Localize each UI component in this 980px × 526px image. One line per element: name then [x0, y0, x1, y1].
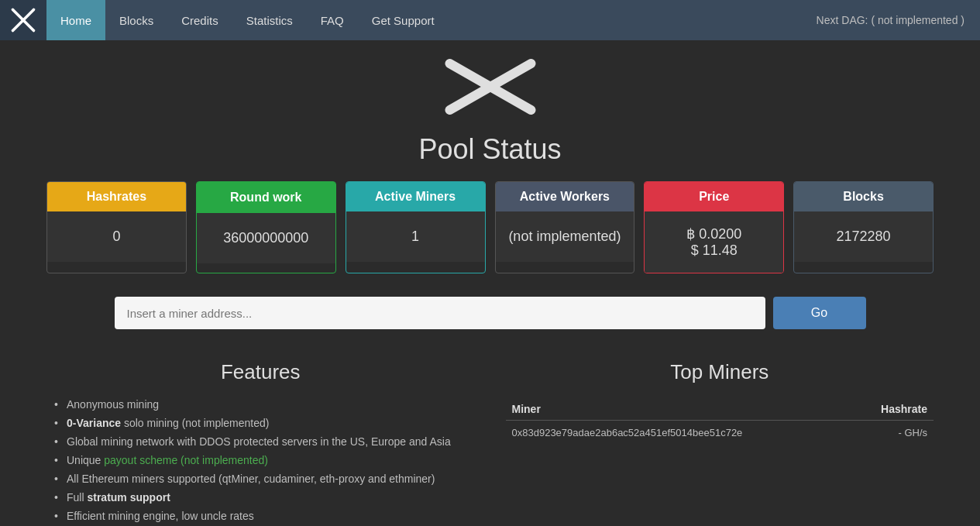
stat-card-hashrates: Hashrates 0: [46, 181, 187, 273]
stat-price-btc: ฿ 0.0200: [686, 225, 741, 242]
miner-address: 0x83d923e79adae2ab6ac52a451ef5014bee51c7…: [506, 421, 851, 445]
nav-dag-label: Next DAG: ( not implemented ): [817, 14, 980, 26]
stat-header-miners: Active Miners: [346, 182, 485, 211]
stat-card-roundwork: Round work 36000000000: [196, 181, 336, 273]
features-list: Anonymous mining 0-Variance solo mining …: [46, 398, 475, 526]
stat-header-hashrates: Hashrates: [47, 182, 186, 211]
nav-home[interactable]: Home: [46, 0, 105, 40]
search-row: Go: [0, 297, 980, 329]
stat-value-miners: 1: [346, 211, 485, 262]
nav-items: Home Blocks Credits Statistics FAQ Get S…: [46, 0, 449, 40]
stat-header-blocks: Blocks: [794, 182, 933, 211]
payout-scheme-link[interactable]: payout scheme (not implemented): [104, 454, 268, 466]
stat-value-workers: (not implemented): [496, 211, 634, 262]
feature-item-6: Full stratum support: [54, 491, 475, 504]
nav-statistics[interactable]: Statistics: [232, 0, 307, 40]
navbar: Home Blocks Credits Statistics FAQ Get S…: [0, 0, 980, 40]
nav-faq[interactable]: FAQ: [307, 0, 358, 40]
stat-card-workers: Active Workers (not implemented): [495, 181, 635, 273]
features-title: Features: [46, 360, 475, 384]
nav-logo: [0, 0, 46, 40]
logo-large: [0, 40, 980, 125]
col-header-miner: Miner: [506, 398, 851, 421]
top-miners-col: Top Miners Miner Hashrate 0x83d923e79ada…: [506, 360, 934, 526]
stat-value-blocks: 2172280: [794, 211, 933, 262]
feature-item-1: Anonymous mining: [54, 398, 475, 411]
stat-price-usd: $ 11.48: [691, 242, 738, 259]
feature-item-2: 0-Variance solo mining (not implemented): [54, 417, 475, 429]
nav-support[interactable]: Get Support: [358, 0, 449, 40]
stats-row: Hashrates 0 Round work 36000000000 Activ…: [0, 181, 980, 273]
top-miners-title: Top Miners: [506, 360, 934, 384]
pool-status-title: Pool Status: [0, 133, 980, 166]
stat-value-price: ฿ 0.0200 $ 11.48: [645, 211, 783, 273]
stat-card-miners: Active Miners 1: [346, 181, 486, 273]
stat-header-price: Price: [645, 182, 783, 211]
stat-card-blocks: Blocks 2172280: [793, 181, 934, 273]
feature-item-7: Efficient mining engine, low uncle rates: [54, 510, 475, 522]
feature-item-3: Global mining network with DDOS protecte…: [54, 435, 475, 448]
nav-blocks[interactable]: Blocks: [105, 0, 167, 40]
stat-header-roundwork: Round work: [197, 182, 335, 213]
stat-value-hashrates: 0: [47, 211, 186, 262]
stat-header-workers: Active Workers: [496, 182, 634, 211]
feature-item-5: All Ethereum miners supported (qtMiner, …: [54, 473, 475, 485]
miner-hashrate: - GH/s: [850, 421, 934, 445]
miner-address-input[interactable]: [115, 297, 765, 329]
miners-table: Miner Hashrate 0x83d923e79adae2ab6ac52a4…: [506, 398, 934, 445]
col-header-hashrate: Hashrate: [850, 398, 934, 421]
stat-value-roundwork: 36000000000: [197, 213, 335, 263]
nav-credits[interactable]: Credits: [167, 0, 232, 40]
feature-item-4: Unique payout scheme (not implemented): [54, 454, 475, 466]
table-row: 0x83d923e79adae2ab6ac52a451ef5014bee51c7…: [506, 421, 934, 445]
stat-card-price: Price ฿ 0.0200 $ 11.48: [644, 181, 784, 273]
bottom-section: Features Anonymous mining 0-Variance sol…: [0, 360, 980, 526]
go-button[interactable]: Go: [773, 297, 866, 329]
features-col: Features Anonymous mining 0-Variance sol…: [46, 360, 475, 526]
